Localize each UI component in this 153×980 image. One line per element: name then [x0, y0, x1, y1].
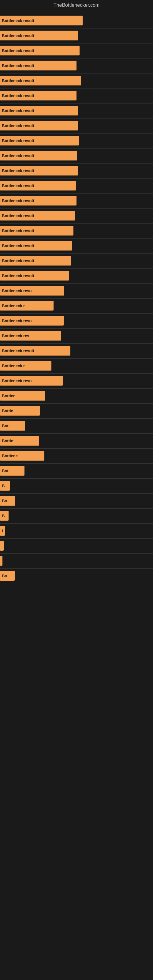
bar-label: Bo — [2, 499, 7, 503]
bar-label: Bottleneck result — [2, 33, 34, 38]
bottleneck-bar[interactable]: Bottleneck resu — [0, 376, 63, 385]
bottleneck-bar[interactable]: Bottleneck result — [0, 16, 83, 25]
bar-label: Bottleneck result — [2, 18, 34, 23]
bottleneck-bar[interactable]: Bot — [0, 421, 25, 431]
bar-label: Bottlen — [2, 393, 16, 398]
bottleneck-bar[interactable]: Bottleneck result — [0, 46, 80, 56]
bar-label: Bot — [2, 469, 9, 473]
bottleneck-bar[interactable]: Bottleneck result — [0, 91, 76, 100]
bar-row: Bot — [0, 464, 153, 478]
bottleneck-bar[interactable]: Bottleneck result — [0, 60, 76, 70]
bar-label: Bottleneck result — [2, 243, 34, 248]
bar-label: Bottleneck resu — [2, 318, 32, 323]
bottleneck-bar[interactable]: Bottleneck result — [0, 211, 75, 221]
bottleneck-bar[interactable]: Bottleneck result — [0, 106, 78, 115]
bottleneck-bar[interactable]: Bottleneck r — [0, 361, 51, 371]
bar-row: Bottleneck result — [0, 164, 153, 178]
bar-row: Bottleneck result — [0, 134, 153, 148]
bar-row: Bottleneck result — [0, 208, 153, 223]
bar-label: Bot — [2, 423, 9, 428]
bar-label: B — [2, 514, 5, 518]
bottleneck-bar[interactable]: Bottleneck result — [0, 76, 81, 86]
bar-row: B — [0, 509, 153, 523]
bar-row: Bottleneck result — [0, 43, 153, 57]
bottleneck-bar[interactable]: Bottleneck result — [0, 166, 78, 175]
bars-container: Bottleneck resultBottleneck resultBottle… — [0, 10, 153, 587]
bar-label: Bottleneck result — [2, 258, 34, 263]
bar-row: Bottleneck result — [0, 73, 153, 88]
bottleneck-bar[interactable]: B — [0, 511, 9, 520]
bar-row: Bottleneck resu — [0, 374, 153, 388]
bar-row: Bo — [0, 494, 153, 508]
bar-label: Bottleneck r — [2, 364, 25, 368]
bar-label: Bottleneck resu — [2, 288, 32, 293]
bottleneck-bar[interactable]: Bottleneck res — [0, 331, 61, 340]
bar-label: Bottleneck result — [2, 169, 34, 173]
bar-label: Bottlene — [2, 453, 18, 458]
bottleneck-bar[interactable] — [0, 556, 2, 566]
bar-label: Bottleneck result — [2, 94, 34, 98]
bar-row: Bottleneck resu — [0, 313, 153, 328]
bar-row: Bottleneck result — [0, 344, 153, 358]
bar-row: Bottleneck resu — [0, 283, 153, 298]
bottleneck-bar[interactable]: I — [0, 526, 5, 536]
bottleneck-bar[interactable]: Bottleneck resu — [0, 316, 64, 326]
bar-row: Bottlen — [0, 389, 153, 403]
bar-row: Bottlene — [0, 449, 153, 463]
bar-label: Bottleneck result — [2, 348, 34, 353]
bottleneck-bar[interactable]: Bottleneck result — [0, 181, 76, 191]
bar-row: Bottleneck result — [0, 148, 153, 162]
bottleneck-bar[interactable]: Bot — [0, 466, 24, 476]
bar-label: Bottleneck result — [2, 138, 34, 143]
bottleneck-bar[interactable]: Bottle — [0, 406, 40, 415]
bottleneck-bar[interactable]: Bottleneck result — [0, 196, 76, 205]
bottleneck-bar[interactable]: Bottleneck result — [0, 30, 78, 40]
bar-label: Bottleneck result — [2, 229, 34, 233]
bottleneck-bar[interactable] — [0, 541, 4, 550]
bar-row: Bottleneck result — [0, 269, 153, 283]
bar-row: Bo — [0, 569, 153, 583]
bar-label: Bottleneck result — [2, 183, 34, 188]
bottleneck-bar[interactable]: Bottlene — [0, 451, 45, 461]
bar-row: Bottleneck result — [0, 13, 153, 27]
bottleneck-bar[interactable]: Bo — [0, 571, 15, 581]
bar-row: B — [0, 479, 153, 493]
bar-label: Bottle — [2, 439, 13, 443]
bar-row: I — [0, 524, 153, 538]
bar-row: Bottleneck result — [0, 103, 153, 118]
bottleneck-bar[interactable]: Bottleneck result — [0, 151, 77, 161]
bar-row: Bottleneck r — [0, 359, 153, 373]
bar-label: Bottleneck resu — [2, 379, 32, 383]
bar-label: Bottle — [2, 409, 13, 413]
bar-label: Bottleneck result — [2, 108, 34, 113]
bar-row: Bottleneck res — [0, 329, 153, 343]
bar-row: Bottleneck result — [0, 254, 153, 268]
site-title: TheBottlenecker.com — [0, 0, 153, 10]
bar-row: Bottle — [0, 404, 153, 418]
bar-label: Bottleneck result — [2, 199, 34, 203]
bar-row: Bot — [0, 418, 153, 433]
bar-label: B — [2, 484, 5, 488]
bottleneck-bar[interactable]: Bottleneck result — [0, 271, 69, 280]
bottleneck-bar[interactable]: Bottleneck result — [0, 121, 78, 130]
bottleneck-bar[interactable]: Bottleneck result — [0, 256, 71, 266]
bar-row: Bottleneck result — [0, 178, 153, 192]
bottleneck-bar[interactable]: Bottleneck r — [0, 301, 54, 310]
bottleneck-bar[interactable]: Bottleneck result — [0, 136, 79, 145]
bottleneck-bar[interactable]: Bottlen — [0, 391, 45, 401]
bar-row: Bottleneck result — [0, 194, 153, 208]
bar-label: Bottleneck result — [2, 153, 34, 158]
bar-label: Bottleneck result — [2, 274, 34, 278]
bottleneck-bar[interactable]: Bottleneck result — [0, 346, 70, 356]
bottleneck-bar[interactable]: B — [0, 481, 10, 491]
bar-label: Bo — [2, 574, 7, 578]
bottleneck-bar[interactable]: Bottleneck result — [0, 226, 73, 235]
bottleneck-bar[interactable]: Bottle — [0, 436, 39, 445]
bottleneck-bar[interactable]: Bottleneck result — [0, 241, 72, 250]
bar-label: Bottleneck result — [2, 123, 34, 128]
bar-label: Bottleneck r — [2, 304, 25, 308]
bar-label: Bottleneck result — [2, 48, 34, 53]
bar-label: Bottleneck result — [2, 213, 34, 218]
bottleneck-bar[interactable]: Bo — [0, 496, 15, 506]
bottleneck-bar[interactable]: Bottleneck resu — [0, 286, 64, 296]
